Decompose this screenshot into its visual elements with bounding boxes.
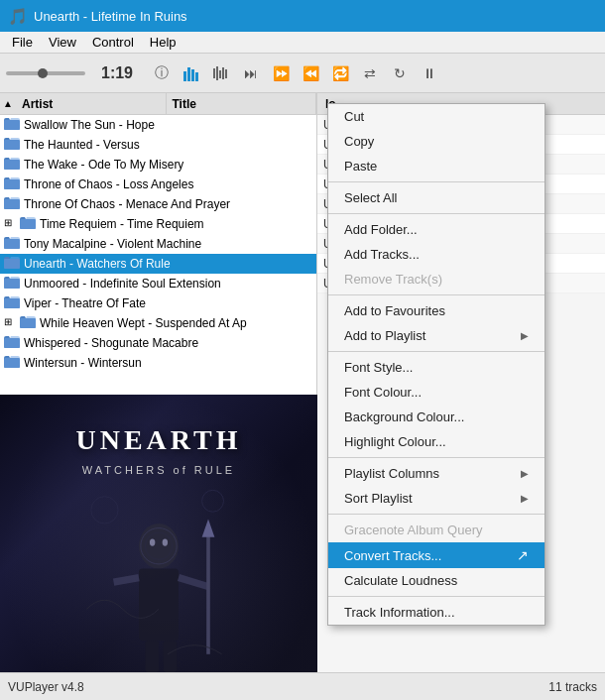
volume-slider[interactable] bbox=[6, 71, 85, 75]
folder-icon bbox=[4, 236, 20, 252]
scroll-up-button[interactable]: ▲ bbox=[0, 93, 16, 114]
shuffle-button[interactable]: ⇄ bbox=[357, 60, 383, 86]
info-button[interactable]: ⓘ bbox=[149, 60, 175, 86]
playlist-item-text: Unmoored - Indefinite Soul Extension bbox=[24, 277, 221, 291]
context-menu-item-add-to-favourites[interactable]: Add to Favourites bbox=[328, 298, 544, 323]
context-menu-item-sort-playlist[interactable]: Sort Playlist▶ bbox=[328, 486, 544, 511]
context-menu-divider bbox=[328, 514, 544, 515]
skip-forward-button[interactable]: ⏩ bbox=[268, 60, 294, 86]
expand-icon: ⊞ bbox=[4, 316, 18, 330]
svg-rect-0 bbox=[183, 71, 186, 81]
context-menu-item-label: Highlight Colour... bbox=[344, 434, 446, 449]
visualizer-button[interactable] bbox=[179, 60, 204, 86]
svg-rect-16 bbox=[4, 259, 20, 269]
playlist-item-text: Wintersun - Wintersun bbox=[24, 356, 142, 370]
context-menu-item-label: Select All bbox=[344, 190, 397, 205]
playback-time: 1:19 bbox=[97, 64, 137, 82]
menu-item-file[interactable]: File bbox=[4, 33, 41, 52]
title-bar: 🎵 Unearth - Lifetime In Ruins bbox=[0, 0, 605, 32]
context-menu-item-label: Add Folder... bbox=[344, 222, 418, 237]
playlist-item[interactable]: Throne of Chaos - Loss Angeles bbox=[0, 175, 316, 194]
svg-rect-8 bbox=[225, 69, 227, 78]
status-tracks: 11 tracks bbox=[548, 680, 597, 694]
volume-thumb bbox=[38, 68, 48, 78]
svg-rect-4 bbox=[213, 68, 215, 78]
context-menu-item-add-to-playlist[interactable]: Add to Playlist▶ bbox=[328, 323, 544, 348]
svg-rect-7 bbox=[222, 67, 224, 79]
playlist-item[interactable]: Throne Of Chaos - Menace And Prayer bbox=[0, 194, 316, 214]
context-menu-item-paste[interactable]: Paste bbox=[328, 154, 544, 178]
context-menu-divider bbox=[328, 213, 544, 214]
context-menu-item-remove-track-s-: Remove Track(s) bbox=[328, 267, 544, 292]
context-menu-item-label: Sort Playlist bbox=[344, 491, 413, 506]
pause-button[interactable]: ⏸ bbox=[417, 60, 442, 86]
context-menu-item-playlist-columns[interactable]: Playlist Columns▶ bbox=[328, 461, 544, 486]
playlist-header: ▲ Artist Title bbox=[0, 93, 316, 115]
context-menu-item-label: Cut bbox=[344, 109, 364, 124]
svg-rect-21 bbox=[4, 358, 20, 368]
menu-item-view[interactable]: View bbox=[41, 33, 84, 52]
folder-icon bbox=[4, 117, 20, 133]
repeat-button[interactable]: 🔁 bbox=[327, 60, 353, 86]
context-menu-item-highlight-colour---[interactable]: Highlight Colour... bbox=[328, 429, 544, 454]
context-menu-item-font-style---[interactable]: Font Style... bbox=[328, 355, 544, 380]
playlist-item[interactable]: Unearth - Watchers Of Rule bbox=[0, 254, 316, 274]
playlist-item[interactable]: ⊞While Heaven Wept - Suspended At Ap bbox=[0, 313, 316, 333]
svg-point-32 bbox=[150, 538, 155, 545]
context-menu-item-label: Add Tracks... bbox=[344, 247, 420, 262]
svg-rect-26 bbox=[145, 641, 159, 672]
equalizer-button[interactable] bbox=[208, 60, 234, 86]
menu-item-control[interactable]: Control bbox=[84, 33, 142, 52]
playlist-item[interactable]: Swallow The Sun - Hope bbox=[0, 115, 316, 135]
context-menu-item-label: Background Colour... bbox=[344, 409, 464, 424]
loop-button[interactable]: ↻ bbox=[387, 60, 413, 86]
playlist-item[interactable]: Viper - Theatre Of Fate bbox=[0, 293, 316, 313]
skip-to-end-button[interactable]: ⏭ bbox=[238, 60, 264, 86]
col-header-title: Title bbox=[167, 93, 317, 114]
context-menu-item-background-colour---[interactable]: Background Colour... bbox=[328, 405, 544, 429]
title-bar-text: Unearth - Lifetime In Ruins bbox=[34, 9, 187, 24]
playlist-item[interactable]: Whispered - Shogunate Macabre bbox=[0, 333, 316, 353]
folder-icon bbox=[4, 276, 20, 292]
playlist-item[interactable]: The Wake - Ode To My Misery bbox=[0, 155, 316, 175]
context-menu-item-select-all[interactable]: Select All bbox=[328, 185, 544, 210]
folder-icon bbox=[4, 196, 20, 212]
context-menu-item-add-folder---[interactable]: Add Folder... bbox=[328, 217, 544, 242]
playlist-item[interactable]: Wintersun - Wintersun bbox=[0, 353, 316, 373]
svg-rect-23 bbox=[139, 568, 179, 641]
context-menu-item-convert-tracks---[interactable]: Convert Tracks...↗ bbox=[328, 542, 544, 568]
playlist-item-text: While Heaven Wept - Suspended At Ap bbox=[40, 316, 247, 330]
context-menu-divider bbox=[328, 351, 544, 352]
context-menu-item-add-tracks---[interactable]: Add Tracks... bbox=[328, 242, 544, 267]
playlist-item[interactable]: ⊞Time Requiem - Time Requiem bbox=[0, 214, 316, 234]
context-menu-item-copy[interactable]: Copy bbox=[328, 129, 544, 154]
playlist-item-text: Whispered - Shogunate Macabre bbox=[24, 336, 198, 350]
folder-icon bbox=[4, 137, 20, 153]
col-header-artist: Artist bbox=[16, 93, 167, 114]
context-menu-item-label: Font Style... bbox=[344, 360, 413, 375]
context-menu-item-calculate-loudness[interactable]: Calculate Loudness bbox=[328, 568, 544, 593]
album-art-figure bbox=[69, 474, 248, 672]
svg-point-34 bbox=[91, 497, 118, 524]
svg-rect-9 bbox=[4, 120, 20, 130]
context-menu-divider bbox=[328, 181, 544, 182]
svg-rect-11 bbox=[4, 160, 20, 170]
playlist-item[interactable]: The Haunted - Versus bbox=[0, 135, 316, 155]
context-menu-item-track-information---[interactable]: Track Information... bbox=[328, 600, 544, 625]
folder-icon bbox=[20, 315, 36, 331]
context-menu-item-cut[interactable]: Cut bbox=[328, 104, 544, 129]
folder-icon bbox=[20, 216, 36, 232]
context-menu-item-label: Gracenote Album Query bbox=[344, 523, 482, 537]
menu-item-help[interactable]: Help bbox=[142, 33, 184, 52]
svg-rect-13 bbox=[4, 199, 20, 209]
playlist-item[interactable]: Tony Macalpine - Violent Machine bbox=[0, 234, 316, 254]
context-menu-item-font-colour---[interactable]: Font Colour... bbox=[328, 380, 544, 405]
skip-back-button[interactable]: ⏪ bbox=[298, 60, 323, 86]
folder-icon bbox=[4, 256, 20, 272]
playlist-item[interactable]: Unmoored - Indefinite Soul Extension bbox=[0, 274, 316, 293]
playlist-item-text: Throne Of Chaos - Menace And Prayer bbox=[24, 197, 230, 211]
context-menu-item-gracenote-album-query: Gracenote Album Query bbox=[328, 518, 544, 542]
context-menu-item-label: Copy bbox=[344, 134, 374, 149]
playlist-item-text: The Haunted - Versus bbox=[24, 138, 140, 152]
context-menu-item-label: Track Information... bbox=[344, 605, 455, 620]
